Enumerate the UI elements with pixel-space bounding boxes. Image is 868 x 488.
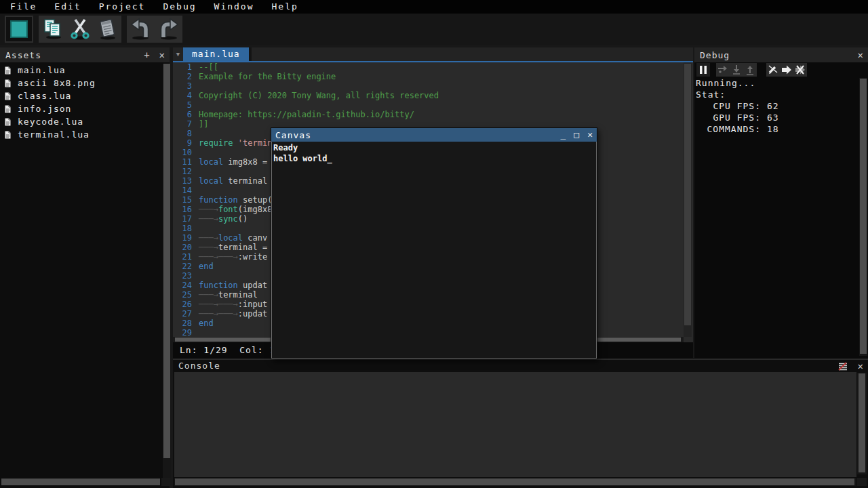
code-token: ───→ <box>218 309 238 319</box>
stat-label: CPU FPS: <box>696 100 761 112</box>
asset-item[interactable]: keycode.lua <box>0 115 161 128</box>
code-token: ───→ <box>199 205 218 214</box>
step-over-icon <box>716 63 730 77</box>
code-line: 1--[[ <box>173 62 684 72</box>
code-token: ───→ <box>199 309 218 319</box>
copy-icon <box>39 16 66 43</box>
line-number: 9 <box>173 138 192 148</box>
canvas-output[interactable]: Readyhello world_ <box>271 142 597 359</box>
menu-item-window[interactable]: Window <box>205 0 263 14</box>
editor-tabbar: ▼ main.lua <box>173 47 693 61</box>
clear-breakpoints-button[interactable] <box>793 63 807 77</box>
debug-stat-row: GPU FPS:63 <box>696 112 779 123</box>
redo-button[interactable] <box>155 16 182 42</box>
code-token: ───→ <box>218 300 238 309</box>
asset-item[interactable]: main.lua <box>0 64 161 77</box>
code-token: ───→ <box>199 233 218 243</box>
code-line: 3 <box>173 81 684 91</box>
console-output[interactable] <box>174 372 856 477</box>
menu-item-edit[interactable]: Edit <box>45 0 90 14</box>
line-number: 29 <box>173 328 192 337</box>
menu-item-help[interactable]: Help <box>263 0 307 14</box>
paste-button[interactable] <box>94 16 121 42</box>
canvas-titlebar[interactable]: Canvas _ □ ✕ <box>271 128 597 142</box>
canvas-output-line: Ready <box>273 142 595 153</box>
menu-item-file[interactable]: File <box>1 0 45 14</box>
canvas-minimize-button[interactable]: _ <box>557 128 570 142</box>
code-token: font <box>218 205 238 214</box>
clear-console-icon <box>837 362 848 371</box>
assets-list: main.luaascii 8x8.pngclass.luainfo.jsonk… <box>0 64 161 141</box>
toggle-breakpoint-button[interactable] <box>766 63 780 77</box>
canvas-title: Canvas <box>271 130 311 140</box>
toolbar-group-clipboard <box>39 16 121 43</box>
debug-stats: CPU FPS:62GPU FPS:63COMMANDS:18 <box>696 100 779 135</box>
cut-button[interactable] <box>66 16 94 42</box>
add-asset-button[interactable]: + <box>139 47 154 62</box>
console-close-button[interactable]: ✕ <box>853 359 868 373</box>
stat-value: 18 <box>767 123 779 135</box>
tab-list-dropdown[interactable]: ▼ <box>173 47 183 61</box>
asset-item[interactable]: info.json <box>0 102 161 115</box>
run-button[interactable] <box>6 17 32 41</box>
line-number: 24 <box>173 281 192 290</box>
code-token: ───→ <box>199 243 218 252</box>
file-icon <box>4 130 12 140</box>
menu-item-project[interactable]: Project <box>90 0 155 14</box>
code-token: Example for the Bitty engine <box>199 72 336 81</box>
clear-breakpoints-icon <box>793 63 807 77</box>
tab-main-lua[interactable]: main.lua <box>183 47 252 61</box>
canvas-window[interactable]: Canvas _ □ ✕ Readyhello world_ <box>271 127 597 359</box>
code-token: ───→ <box>199 290 218 300</box>
asset-item[interactable]: terminal.lua <box>0 128 161 141</box>
toolbar-group-history <box>127 16 182 43</box>
menu-item-debug[interactable]: Debug <box>154 0 205 14</box>
step-out-button[interactable] <box>743 63 757 77</box>
canvas-maximize-button[interactable]: □ <box>570 128 583 142</box>
debug-close-button[interactable]: ✕ <box>853 47 868 62</box>
assets-close-button[interactable]: ✕ <box>155 47 170 62</box>
code-token: local <box>199 157 223 167</box>
asset-label: keycode.lua <box>18 117 83 127</box>
code-token: require <box>199 138 233 148</box>
asset-label: main.lua <box>18 65 66 75</box>
canvas-close-button[interactable]: ✕ <box>583 128 597 142</box>
clear-console-button[interactable] <box>833 359 853 373</box>
undo-button[interactable] <box>127 16 155 42</box>
copy-button[interactable] <box>39 16 66 42</box>
step-over-button[interactable] <box>716 63 730 77</box>
code-token: terminal <box>223 176 267 186</box>
code-token: img8x8 = <box>223 157 272 167</box>
debug-toolbar <box>694 63 807 77</box>
console-horizontal-scrollbar[interactable] <box>174 478 856 486</box>
code-token: :write <box>238 252 267 262</box>
step-into-button[interactable] <box>730 63 743 77</box>
editor-vertical-scrollbar[interactable] <box>684 62 692 337</box>
code-token: () <box>238 214 248 224</box>
asset-item[interactable]: ascii 8x8.png <box>0 77 161 89</box>
code-line: 5 <box>173 100 684 110</box>
asset-label: info.json <box>18 104 71 114</box>
line-number: 6 <box>173 110 192 119</box>
code-token: terminal <box>218 290 258 300</box>
assets-vertical-scrollbar[interactable] <box>163 64 171 478</box>
line-number: 15 <box>173 195 192 205</box>
pause-button[interactable] <box>696 63 710 77</box>
console-panel: Console ✕ <box>173 359 868 488</box>
asset-item[interactable]: class.lua <box>0 89 161 102</box>
file-icon <box>4 92 12 101</box>
code-line: 6Homepage: https://paladin-t.github.io/b… <box>173 110 684 119</box>
stat-label: GPU FPS: <box>696 112 761 123</box>
assets-horizontal-scrollbar[interactable] <box>0 478 170 486</box>
enable-breakpoints-button[interactable] <box>780 63 793 77</box>
code-token: end <box>199 319 214 328</box>
line-number: 1 <box>173 62 192 72</box>
console-vertical-scrollbar[interactable] <box>857 373 867 474</box>
line-number: 10 <box>173 148 192 157</box>
debug-vertical-scrollbar[interactable] <box>859 78 867 356</box>
debug-stat-header: Stat: <box>696 89 779 100</box>
line-number: 5 <box>173 100 192 110</box>
debug-status: Running... <box>696 77 779 89</box>
code-token: :updat <box>238 309 267 319</box>
breakpoint-button-group <box>766 63 807 77</box>
